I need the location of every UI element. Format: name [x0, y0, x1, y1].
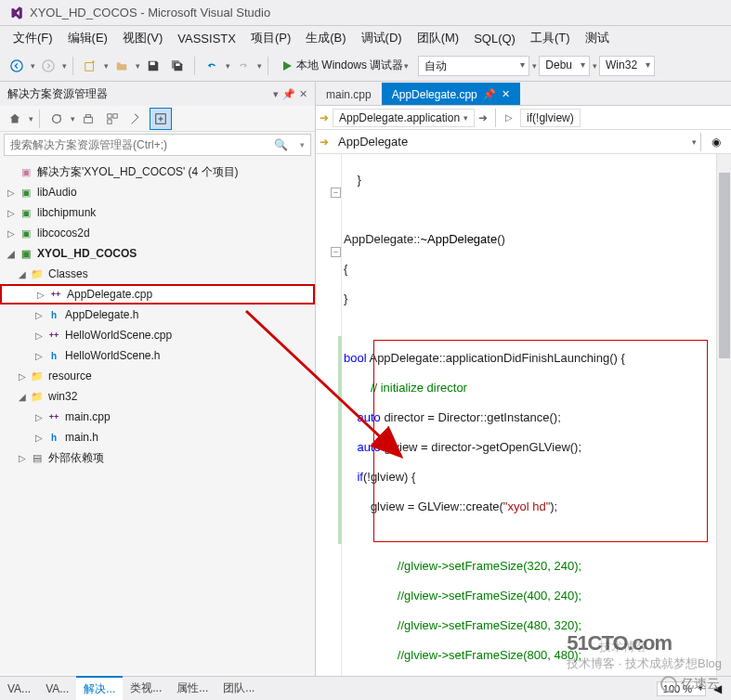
svg-rect-4 [176, 63, 179, 66]
scroll-thumb[interactable] [719, 173, 730, 358]
btab-classview[interactable]: 类视... [123, 677, 169, 700]
open-dd[interactable]: ▾ [136, 61, 140, 71]
panel-dropdown-icon[interactable]: ▾ [273, 88, 279, 100]
redo-button[interactable] [232, 55, 255, 77]
scope-extra-button[interactable]: ◉ [705, 131, 727, 153]
nav-marker-icon[interactable]: ➜ [320, 111, 329, 124]
nav-go-icon[interactable]: ➜ [478, 111, 488, 124]
menu-tools[interactable]: 工具(T) [523, 26, 578, 50]
class-scope-combo[interactable]: AppDelegate [333, 133, 691, 150]
vertical-scrollbar[interactable] [716, 154, 731, 676]
menu-sql[interactable]: SQL(Q) [466, 28, 523, 49]
save-all-button[interactable] [166, 55, 189, 77]
solution-icon: ▣ [19, 164, 33, 179]
undo-dd[interactable]: ▾ [226, 61, 230, 71]
btab-team[interactable]: 团队... [215, 677, 262, 700]
menu-vassistx[interactable]: VASSISTX [170, 28, 243, 49]
code-editor[interactable]: − − } AppDelegate::~AppDelegate() { } bo… [316, 154, 731, 676]
menu-file[interactable]: 文件(F) [6, 26, 60, 50]
menu-edit[interactable]: 编辑(E) [60, 26, 115, 50]
search-icon[interactable]: 🔍 [268, 138, 294, 151]
h-file-icon: h [46, 430, 61, 445]
editor-tabs: main.cpp AppDelegate.cpp 📌 ✕ [316, 82, 731, 106]
editor-panel: main.cpp AppDelegate.cpp 📌 ✕ ➜ AppDelega… [316, 82, 731, 676]
undo-button[interactable] [201, 55, 223, 77]
nav-back-dd[interactable]: ▾ [31, 61, 35, 71]
external-deps[interactable]: ▷▤外部依赖项 [0, 447, 315, 468]
open-button[interactable] [111, 55, 133, 77]
start-debug-button[interactable]: 本地 Windows 调试器 ▾ [274, 56, 416, 75]
menu-debug[interactable]: 调试(D) [354, 26, 410, 50]
btab-va2[interactable]: VA... [38, 679, 76, 699]
folder-win32[interactable]: ◢📁win32 [0, 386, 315, 407]
new-project-dd[interactable]: ▾ [104, 61, 109, 71]
scope-combo-1[interactable]: AppDelegate.application▾ [333, 109, 475, 127]
file-main-cpp[interactable]: ▷++main.cpp [0, 407, 315, 427]
project-libcocos2d[interactable]: ▷▣libcocos2d [0, 223, 315, 243]
panel-pin-icon[interactable]: 📌 [282, 88, 295, 100]
tab-appdelegate-cpp[interactable]: AppDelegate.cpp 📌 ✕ [382, 83, 520, 105]
title-bar: XYOL_HD_COCOS - Microsoft Visual Studio [0, 0, 731, 26]
nav-fwd-dd[interactable]: ▾ [62, 61, 67, 71]
svg-point-1 [43, 59, 54, 71]
project-icon: ▣ [19, 205, 33, 220]
menu-view[interactable]: 视图(V) [115, 26, 170, 50]
solution-root[interactable]: ▣解决方案'XYOL_HD_COCOS' (4 个项目) [0, 162, 315, 182]
platform-combo[interactable]: Win32 [599, 56, 655, 76]
panel-title-text: 解决方案资源管理器 [7, 86, 108, 102]
svg-rect-7 [85, 114, 90, 117]
nav-fwd-button[interactable] [37, 55, 59, 77]
project-icon: ▣ [19, 185, 33, 200]
menu-test[interactable]: 测试 [578, 26, 617, 50]
folder-resource[interactable]: ▷📁resource [0, 366, 315, 386]
fold-icon[interactable]: − [331, 247, 341, 257]
file-hws-h[interactable]: ▷hHelloWorldScene.h [0, 345, 315, 366]
solution-tree[interactable]: ▣解决方案'XYOL_HD_COCOS' (4 个项目) ▷▣libAudio … [0, 158, 315, 676]
scope-marker-icon[interactable]: ➜ [320, 136, 329, 149]
collapse-button[interactable] [150, 108, 172, 130]
code-content[interactable]: } AppDelegate::~AppDelegate() { } bool A… [344, 158, 672, 676]
build-config-combo[interactable]: Debu [539, 56, 590, 76]
cpp-file-icon: ++ [46, 328, 61, 343]
home-button[interactable] [4, 108, 26, 130]
project-libaudio[interactable]: ▷▣libAudio [0, 182, 315, 202]
sync-button[interactable] [46, 108, 68, 130]
solution-search[interactable]: 🔍 ▾ [4, 134, 311, 156]
close-icon[interactable]: ✕ [502, 88, 510, 100]
nav-back-button[interactable] [6, 55, 28, 77]
solution-search-input[interactable] [5, 136, 268, 153]
panel-close-icon[interactable]: ✕ [299, 88, 307, 100]
tab-main-cpp[interactable]: main.cpp [316, 83, 382, 105]
svg-rect-3 [150, 61, 155, 65]
debug-config-dd[interactable]: ▾ [532, 61, 537, 71]
refresh-button[interactable] [77, 108, 99, 130]
project-active[interactable]: ◢▣XYOL_HD_COCOS [0, 243, 315, 264]
file-appdelegate-h[interactable]: ▷hAppDelegate.h [0, 305, 315, 325]
new-project-button[interactable] [79, 55, 101, 77]
show-all-button[interactable] [101, 108, 124, 130]
fold-icon[interactable]: − [331, 188, 341, 198]
btab-properties[interactable]: 属性... [169, 677, 215, 700]
file-main-h[interactable]: ▷hmain.h [0, 427, 315, 447]
scope-combo-2[interactable]: if(!glview) [520, 109, 581, 127]
menu-build[interactable]: 生成(B) [298, 26, 353, 50]
redo-dd[interactable]: ▾ [257, 61, 262, 71]
build-config-dd[interactable]: ▾ [593, 61, 597, 71]
file-hws-cpp[interactable]: ▷++HelloWorldScene.cpp [0, 325, 315, 345]
file-appdelegate-cpp[interactable]: ▷++AppDelegate.cpp [0, 284, 315, 305]
btab-va1[interactable]: VA... [0, 679, 38, 699]
folder-icon: 📁 [30, 266, 45, 281]
menu-project[interactable]: 项目(P) [243, 26, 298, 50]
project-libchipmunk[interactable]: ▷▣libchipmunk [0, 202, 315, 223]
svg-rect-8 [108, 113, 111, 117]
debug-config-combo[interactable]: 自动 [418, 56, 529, 76]
menu-team[interactable]: 团队(M) [410, 26, 467, 50]
reference-icon: ▤ [30, 450, 45, 465]
svg-point-0 [11, 59, 22, 71]
properties-button[interactable] [125, 108, 148, 130]
folder-classes[interactable]: ◢📁Classes [0, 264, 315, 284]
btab-solution[interactable]: 解决... [76, 676, 123, 700]
pin-icon[interactable]: 📌 [483, 88, 496, 100]
save-button[interactable] [142, 55, 164, 77]
vs-logo-icon [7, 5, 24, 21]
